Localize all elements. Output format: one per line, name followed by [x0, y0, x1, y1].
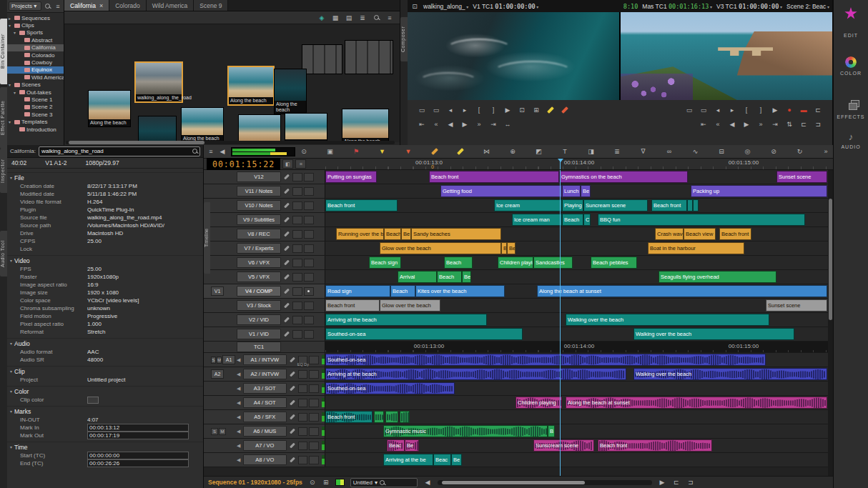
marker-icon[interactable]: ⚑: [352, 147, 360, 156]
track-lane-v10-notes[interactable]: Beach frontIce creamPlayingSuncream scen…: [325, 199, 833, 212]
track-name-button[interactable]: V10 / Notes: [237, 200, 281, 211]
timeline-clip[interactable]: Boat in the harbour: [648, 242, 744, 254]
rewind-icon[interactable]: «: [714, 120, 722, 129]
bin-clip[interactable]: Along the beach: [342, 109, 389, 142]
text-view-icon[interactable]: ▤: [345, 14, 353, 22]
waveform-icon[interactable]: ∿: [691, 147, 700, 156]
timeline-clip[interactable]: Crash wave: [655, 228, 684, 240]
trim-mode-icon[interactable]: ⋈: [483, 147, 491, 156]
track-monitor-toggle[interactable]: [309, 370, 319, 379]
pencil-icon[interactable]: [284, 289, 290, 294]
track-lock-toggle[interactable]: [298, 456, 308, 464]
inspector-section-file[interactable]: ▾File: [7, 172, 203, 182]
pencil-yellow-icon[interactable]: [546, 106, 555, 114]
track-lock-toggle[interactable]: [298, 370, 308, 379]
step-back-icon[interactable]: ◀: [728, 120, 736, 129]
workspace-label-color[interactable]: COLOR: [834, 71, 868, 76]
timeline-vertical-scrollbar[interactable]: [828, 170, 833, 476]
track-monitor-toggle[interactable]: [309, 399, 319, 407]
record-monitor-image[interactable]: [621, 12, 832, 100]
toggle-source-record-icon[interactable]: ⊡: [518, 106, 526, 114]
timeline-clip[interactable]: B: [501, 242, 507, 254]
property-value[interactable]: 00:00:17:19: [87, 432, 189, 439]
pencil-icon[interactable]: [290, 386, 295, 392]
timeline-clip[interactable]: Be: [507, 242, 516, 254]
tree-item-templates[interactable]: ▾Templates: [7, 118, 64, 125]
bin-clip[interactable]: Along the beach: [138, 116, 177, 142]
source-track-menu[interactable]: V1 TC1 01:00:00:00 ▾: [473, 3, 538, 10]
track-name-button[interactable]: TC1: [237, 342, 281, 352]
track-lock-toggle[interactable]: [298, 413, 308, 422]
track-lock-toggle[interactable]: [292, 173, 302, 181]
workspace-label-effects[interactable]: EFFECTS: [834, 114, 868, 119]
lift-icon[interactable]: ▭: [418, 106, 426, 114]
tree-item-colorado[interactable]: Colorado: [7, 51, 64, 59]
frame-view-icon[interactable]: ▦: [331, 14, 340, 22]
master-timecode[interactable]: Mas TC1 00:01:16:13 ▾: [642, 3, 712, 10]
track-monitor-toggle[interactable]: [304, 330, 314, 339]
tree-item-scene-2[interactable]: Scene 2: [7, 104, 64, 111]
timeline-clip[interactable]: Arriving at the beach: [325, 368, 626, 380]
audio-workspace-icon[interactable]: ♪: [834, 132, 868, 141]
track-monitor-toggle[interactable]: [304, 216, 314, 224]
track-name-button[interactable]: A2 / INTVW: [243, 369, 287, 379]
timeline-clip[interactable]: BBQ fun: [598, 214, 805, 226]
timeline-clip[interactable]: Beach view: [684, 228, 716, 240]
go-to-end-icon[interactable]: ⇥: [771, 120, 779, 129]
track-lane-v7-experts[interactable]: Glow over the beachBBeBoat in the harbou…: [325, 241, 833, 255]
timeline-clip[interactable]: Arriving at the be: [383, 454, 433, 466]
timeline-clip[interactable]: Beach front: [598, 439, 712, 452]
source-monitor-image[interactable]: [408, 12, 619, 100]
track-lock-toggle[interactable]: [292, 244, 302, 253]
inspector-section-marks[interactable]: ▾Marks: [7, 406, 203, 416]
forward-one-frame-icon[interactable]: ▸: [728, 106, 736, 114]
timeline-clip[interactable]: Kites over the beach: [415, 285, 505, 297]
timeline-clip[interactable]: Beach front: [429, 171, 559, 183]
bin-clip[interactable]: Along the beach: [181, 107, 224, 142]
tree-arrow-icon[interactable]: ▾: [14, 90, 18, 95]
inspector-section-color[interactable]: ▾Color: [7, 386, 203, 396]
zoom-out-icon[interactable]: ⊏: [672, 478, 681, 487]
track-monitor-toggle[interactable]: [309, 356, 319, 364]
track-lane-a8-vo[interactable]: Arriving at the beBeacBe: [325, 453, 833, 467]
go-to-end-icon[interactable]: ⇥: [489, 120, 498, 129]
pencil-icon[interactable]: [290, 414, 295, 420]
timeline-clip[interactable]: Be: [451, 454, 462, 466]
tree-item-equinox[interactable]: Equinox: [7, 66, 64, 74]
bin-clip[interactable]: Along the beach: [88, 90, 131, 127]
solo-button[interactable]: S: [211, 428, 218, 435]
quick-transition-icon[interactable]: ◩: [535, 147, 543, 156]
edit-workspace-icon[interactable]: [844, 7, 857, 20]
video-mixdown-icon[interactable]: ⊟: [717, 147, 726, 156]
track-name-button[interactable]: V8 / REC: [237, 229, 281, 239]
effects-workspace-icon[interactable]: [845, 100, 857, 109]
forward-one-frame-icon[interactable]: ▸: [460, 106, 469, 114]
toggle-clip-color-icon[interactable]: ▣: [326, 147, 335, 156]
trim-left-icon[interactable]: ⊏: [799, 120, 808, 129]
timeline-clip[interactable]: Southed-on-sea: [325, 328, 523, 340]
track-monitor-toggle[interactable]: [309, 427, 319, 436]
bin-clip[interactable]: Along the beach: [274, 69, 307, 114]
bin-tab-california[interactable]: California×: [64, 0, 109, 11]
timeline-clip[interactable]: Sunscream scene: [533, 439, 594, 452]
timeline-clip[interactable]: Walking over the beach: [566, 314, 769, 326]
zoom-in-icon[interactable]: ⊐: [686, 478, 695, 487]
track-name-button[interactable]: V9 / Subtitles: [237, 214, 281, 225]
tree-item-out-takes[interactable]: ▾Out-takes: [7, 89, 64, 96]
timeline-clip[interactable]: Lunch: [562, 185, 581, 197]
color-workspace-icon[interactable]: [845, 56, 857, 68]
timeline-clip[interactable]: Beach front: [719, 228, 751, 240]
timeline-horizontal-scrollbar[interactable]: [438, 480, 652, 485]
tree-item-scene-3[interactable]: Scene 3: [7, 111, 64, 118]
source-patch-button[interactable]: A1: [222, 355, 235, 364]
track-lane-v3-stock[interactable]: Beach frontGlow over the beachSunset sce…: [325, 299, 833, 312]
timecode-display-toggle[interactable]: ◧: [282, 159, 293, 169]
timeline-clip[interactable]: [385, 411, 398, 423]
play-small-icon[interactable]: ▶: [742, 120, 751, 129]
track-lock-toggle[interactable]: [298, 442, 308, 450]
track-lane-a4-sot[interactable]: Children playingAlong the beach at sunse…: [325, 396, 833, 409]
track-name-button[interactable]: V3 / Stock: [237, 300, 281, 311]
pencil-icon[interactable]: [284, 231, 290, 237]
bin-clip[interactable]: Along the beach: [227, 66, 275, 106]
timeline-ruler[interactable]: 00:01:13:000:01:14:0000:01:15:000: [325, 159, 833, 169]
